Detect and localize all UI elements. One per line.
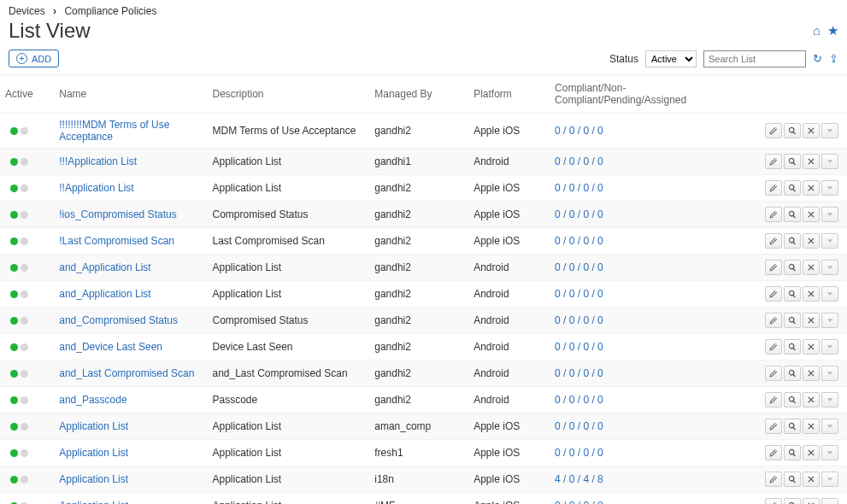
- edit-button[interactable]: [765, 260, 782, 275]
- view-button[interactable]: [784, 180, 801, 196]
- delete-button[interactable]: [803, 472, 820, 487]
- policy-platform: Apple iOS: [468, 114, 550, 149]
- breadcrumb-root[interactable]: Devices: [9, 5, 45, 17]
- policy-name-link[interactable]: !!Application List: [59, 182, 133, 194]
- edit-button[interactable]: [765, 392, 782, 407]
- column-header-name[interactable]: Name: [54, 75, 207, 114]
- active-indicator: [5, 343, 49, 351]
- policy-name-link[interactable]: and_Passcode: [59, 394, 126, 406]
- edit-button[interactable]: [765, 339, 782, 355]
- more-button[interactable]: [821, 366, 838, 381]
- edit-button[interactable]: [765, 123, 782, 138]
- more-button[interactable]: [821, 419, 838, 434]
- column-header-compliance[interactable]: Compliant/Non-Compliant/Pending/Assigned: [550, 75, 748, 114]
- policy-managed-by: gandhi2: [369, 114, 468, 149]
- more-button[interactable]: [821, 445, 838, 460]
- delete-button[interactable]: [803, 207, 820, 222]
- policy-name-link[interactable]: Application List: [59, 473, 128, 485]
- policy-compliance: 0 / 0 / 0 / 0: [550, 255, 748, 281]
- view-button[interactable]: [784, 123, 801, 138]
- view-button[interactable]: [784, 498, 801, 504]
- column-header-platform[interactable]: Platform: [468, 75, 550, 114]
- view-button[interactable]: [784, 366, 801, 381]
- edit-button[interactable]: [765, 445, 782, 460]
- column-header-managed-by[interactable]: Managed By: [369, 75, 468, 114]
- policy-name-link[interactable]: !!!!!!!!MDM Terms of Use Acceptance: [59, 119, 169, 143]
- policy-name-link[interactable]: !Last Compromised Scan: [59, 235, 174, 247]
- view-button[interactable]: [784, 207, 801, 222]
- delete-button[interactable]: [803, 498, 820, 504]
- delete-button[interactable]: [803, 445, 820, 460]
- policy-compliance: 0 / 0 / 0 / 0: [550, 114, 748, 149]
- view-button[interactable]: [784, 286, 801, 302]
- delete-button[interactable]: [803, 286, 820, 302]
- view-button[interactable]: [784, 233, 801, 249]
- delete-button[interactable]: [803, 154, 820, 169]
- status-dot-active: [10, 423, 18, 431]
- delete-button[interactable]: [803, 260, 820, 275]
- column-header-active[interactable]: Active: [0, 75, 54, 114]
- view-button[interactable]: [784, 260, 801, 275]
- star-icon[interactable]: ★: [827, 23, 838, 38]
- view-button[interactable]: [784, 392, 801, 407]
- refresh-icon[interactable]: ↻: [813, 52, 822, 65]
- status-dot-active: [10, 211, 18, 219]
- policy-name-link[interactable]: and_Compromised Status: [59, 314, 178, 326]
- more-button[interactable]: [821, 260, 838, 275]
- policy-name-link[interactable]: Application List: [59, 500, 128, 504]
- view-button[interactable]: [784, 419, 801, 434]
- delete-button[interactable]: [803, 180, 820, 196]
- view-button[interactable]: [784, 445, 801, 460]
- table-row: !ios_Compromised Status Compromised Stat…: [0, 202, 847, 228]
- policy-name-link[interactable]: and_Application List: [59, 261, 150, 273]
- status-dot-inactive: [21, 343, 28, 351]
- policy-name-link[interactable]: Application List: [59, 447, 128, 459]
- view-button[interactable]: [784, 313, 801, 328]
- more-button[interactable]: [821, 154, 838, 169]
- policy-name-link[interactable]: Application List: [59, 420, 128, 432]
- view-button[interactable]: [784, 472, 801, 487]
- delete-button[interactable]: [803, 366, 820, 381]
- more-button[interactable]: [821, 472, 838, 487]
- edit-button[interactable]: [765, 233, 782, 249]
- policy-name-link[interactable]: !ios_Compromised Status: [59, 208, 176, 220]
- edit-button[interactable]: [765, 472, 782, 487]
- edit-button[interactable]: [765, 366, 782, 381]
- more-button[interactable]: [821, 180, 838, 196]
- delete-button[interactable]: [803, 313, 820, 328]
- export-icon[interactable]: ⇪: [829, 52, 838, 65]
- edit-button[interactable]: [765, 180, 782, 196]
- more-button[interactable]: [821, 498, 838, 504]
- edit-button[interactable]: [765, 419, 782, 434]
- policy-name-link[interactable]: !!!Application List: [59, 155, 137, 167]
- more-button[interactable]: [821, 392, 838, 407]
- more-button[interactable]: [821, 123, 838, 138]
- delete-button[interactable]: [803, 419, 820, 434]
- view-button[interactable]: [784, 154, 801, 169]
- policy-managed-by: gandhi2: [369, 228, 468, 255]
- delete-button[interactable]: [803, 339, 820, 355]
- delete-button[interactable]: [803, 233, 820, 249]
- status-dot-inactive: [21, 185, 28, 192]
- policy-name-link[interactable]: and_Application List: [59, 288, 150, 300]
- edit-button[interactable]: [765, 286, 782, 302]
- edit-button[interactable]: [765, 207, 782, 222]
- search-input[interactable]: [703, 50, 806, 67]
- more-button[interactable]: [821, 339, 838, 355]
- home-icon[interactable]: ⌂: [813, 23, 821, 38]
- view-button[interactable]: [784, 339, 801, 355]
- policy-name-link[interactable]: and_Last Compromised Scan: [59, 367, 194, 379]
- policy-name-link[interactable]: and_Device Last Seen: [59, 341, 162, 353]
- edit-button[interactable]: [765, 498, 782, 504]
- more-button[interactable]: [821, 207, 838, 222]
- delete-button[interactable]: [803, 392, 820, 407]
- more-button[interactable]: [821, 233, 838, 249]
- column-header-description[interactable]: Description: [207, 75, 369, 114]
- more-button[interactable]: [821, 286, 838, 302]
- delete-button[interactable]: [803, 123, 820, 138]
- add-button[interactable]: + ADD: [9, 50, 59, 67]
- more-button[interactable]: [821, 313, 838, 328]
- edit-button[interactable]: [765, 154, 782, 169]
- status-select[interactable]: Active: [645, 50, 697, 67]
- edit-button[interactable]: [765, 313, 782, 328]
